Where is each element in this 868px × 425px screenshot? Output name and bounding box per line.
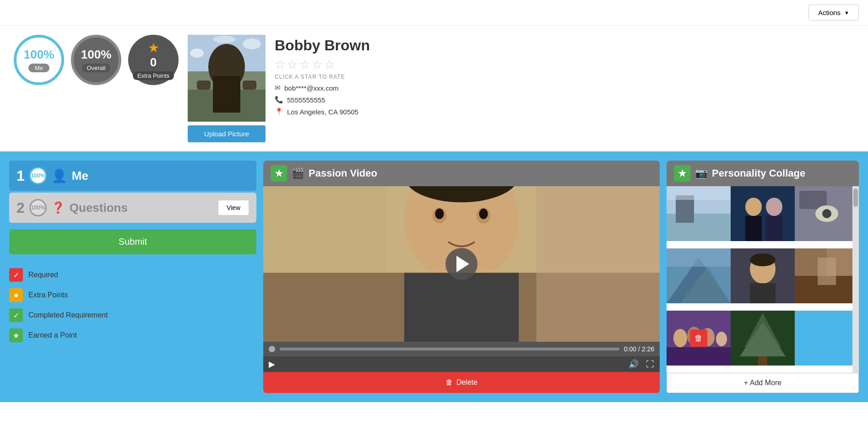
- svg-rect-6: [243, 81, 256, 90]
- view-button[interactable]: View: [218, 200, 249, 215]
- section-1-label: Me: [72, 169, 249, 183]
- click-rate-label: CLICK A STAR TO RATE: [275, 74, 370, 80]
- progress-dot[interactable]: [269, 346, 275, 352]
- play-button-overlay[interactable]: [445, 248, 477, 280]
- collage-img-portrait: [731, 248, 795, 303]
- legend-required: ✓ Required: [9, 268, 256, 282]
- legend-earned: ★ Earned a Point: [9, 328, 256, 342]
- me-badge-label: Me: [28, 64, 49, 72]
- personality-collage-panel: ★ 📷 Personality Collage: [667, 161, 859, 393]
- email-value: bob****@xxx.com: [284, 84, 339, 92]
- star-1[interactable]: ☆: [275, 58, 285, 72]
- play-pause-button[interactable]: ▶: [269, 359, 275, 369]
- extra-points-icon: ★: [9, 288, 23, 302]
- svg-point-18: [435, 209, 444, 219]
- legend-required-label: Required: [28, 271, 58, 279]
- section-1-pct: 100%: [31, 172, 45, 179]
- time-current: 0:00: [624, 345, 636, 353]
- phone-item: 📞 5555555555: [275, 96, 370, 104]
- actions-button[interactable]: Actions: [808, 5, 859, 21]
- section-me-row: 1 100% 👤 Me: [9, 161, 256, 191]
- play-button-circle[interactable]: [445, 248, 477, 280]
- me-badge: 100% Me: [14, 35, 64, 85]
- photo-upload-area: Upload Picture: [188, 35, 266, 142]
- photo-placeholder: [188, 35, 266, 122]
- progress-bar[interactable]: [280, 348, 619, 350]
- scrollbar-thumb[interactable]: [853, 188, 858, 207]
- collage-img-car: [795, 186, 852, 241]
- collage-cell-1: [667, 186, 731, 241]
- email-item: ✉ bob****@xxx.com: [275, 84, 370, 92]
- phone-value: 5555555555: [287, 96, 325, 104]
- section-2-label: Questions: [70, 201, 213, 215]
- svg-point-7: [190, 48, 204, 58]
- play-triangle-icon: [456, 256, 469, 272]
- video-panel-title: Passion Video: [309, 167, 377, 179]
- collage-cell-3: [795, 186, 852, 241]
- me-badge-pct: 100%: [24, 48, 54, 62]
- star-2[interactable]: ☆: [287, 58, 298, 72]
- svg-point-34: [822, 209, 831, 218]
- star-5[interactable]: ☆: [324, 58, 335, 72]
- overall-badge-pct: 100%: [81, 48, 112, 62]
- video-secondary-controls: ▶ 🔊 ⛶: [263, 356, 660, 372]
- video-controls: 0:00 / 2:26: [263, 342, 660, 356]
- trash-icon: 🗑: [445, 378, 453, 387]
- volume-button[interactable]: 🔊: [629, 359, 639, 369]
- svg-rect-28: [745, 216, 762, 241]
- star-rating[interactable]: ☆ ☆ ☆ ☆ ☆: [275, 58, 370, 72]
- add-more-button[interactable]: + Add More: [667, 373, 859, 393]
- svg-rect-4: [213, 76, 240, 113]
- time-total: 2:26: [642, 345, 654, 353]
- legend-earned-label: Earned a Point: [28, 331, 77, 339]
- star-4[interactable]: ☆: [312, 58, 322, 72]
- svg-point-19: [479, 209, 488, 219]
- section-1-badge: 100%: [29, 167, 47, 184]
- submit-button[interactable]: Submit: [9, 229, 256, 254]
- profile-name: Bobby Brown: [275, 37, 370, 54]
- video-header-star: ★: [271, 165, 287, 182]
- svg-rect-38: [667, 248, 731, 267]
- video-panel-header: ★ 🎬 Passion Video: [263, 161, 660, 186]
- svg-point-8: [243, 38, 261, 49]
- section-2-number: 2: [16, 199, 25, 216]
- person-icon: 👤: [51, 168, 67, 183]
- fullscreen-button[interactable]: ⛶: [646, 360, 654, 369]
- delete-video-button[interactable]: 🗑 Delete: [263, 372, 660, 393]
- section-2-badge: 100%: [29, 199, 47, 216]
- svg-rect-5: [197, 81, 211, 90]
- svg-rect-30: [766, 216, 782, 241]
- delete-label: Delete: [456, 378, 477, 387]
- phone-icon: 📞: [275, 96, 283, 104]
- collage-img-room: [795, 248, 852, 303]
- collage-cell-5: [731, 248, 795, 303]
- overall-badge: 100% Overall: [71, 35, 121, 85]
- section-questions-row: 2 100% ❓ Questions View: [9, 193, 256, 223]
- collage-img-couple: [731, 186, 795, 241]
- camera-icon: 📷: [695, 167, 707, 179]
- collage-cell-7: 🗑: [667, 311, 731, 366]
- svg-rect-26: [731, 186, 795, 241]
- left-panel: 1 100% 👤 Me 2 100% ❓ Questions View Subm…: [9, 161, 256, 393]
- video-container: [263, 186, 660, 342]
- collage-cell-2: [731, 186, 795, 241]
- video-header-icon: 🎬: [292, 167, 304, 179]
- time-display: 0:00 / 2:26: [624, 345, 654, 353]
- collage-delete-button[interactable]: 🗑: [690, 329, 707, 347]
- upload-picture-button[interactable]: Upload Picture: [188, 125, 266, 142]
- extra-points-value: 0: [150, 55, 157, 70]
- profile-photo-svg: [188, 35, 266, 122]
- collage-cell-6: [795, 248, 852, 303]
- email-icon: ✉: [275, 84, 281, 92]
- scrollbar-track[interactable]: [852, 186, 859, 373]
- star-3[interactable]: ☆: [299, 58, 310, 72]
- location-icon: 📍: [275, 108, 283, 116]
- overall-badge-label: Overall: [82, 64, 110, 72]
- svg-rect-52: [667, 347, 731, 366]
- svg-rect-46: [818, 258, 836, 285]
- collage-cell-9: [795, 311, 852, 366]
- collage-panel-header: ★ 📷 Personality Collage: [667, 161, 859, 186]
- legend-completed-label: Completed Requirement: [28, 311, 108, 319]
- collage-grid: 🗑: [667, 186, 852, 373]
- collage-cell-empty: [795, 311, 852, 366]
